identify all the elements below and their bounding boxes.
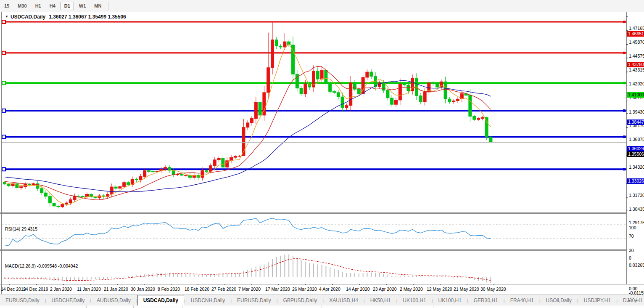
timeframe-button-d1[interactable]: D1 bbox=[61, 2, 74, 10]
candle-body bbox=[139, 176, 142, 180]
price-axis-label[interactable]: 1.45870 bbox=[629, 40, 644, 45]
tab-usdjpy-h1-14[interactable]: USDJPY,H1 bbox=[578, 295, 616, 305]
main-plot-bg[interactable] bbox=[2, 12, 644, 212]
price-axis-label[interactable]: 1.30435 bbox=[629, 207, 644, 212]
price-axis-label[interactable]: 1.47165 bbox=[629, 26, 644, 31]
bottom-strip bbox=[0, 305, 644, 308]
rsi-panel-bg[interactable] bbox=[2, 213, 626, 249]
rsi-axis-label[interactable]: 100 bbox=[629, 225, 644, 230]
price-badge-green[interactable]: 1.41000 bbox=[627, 92, 644, 98]
hline-right-marker bbox=[623, 109, 626, 112]
candle-body bbox=[267, 68, 270, 93]
rsi-axis-label[interactable]: 0 bbox=[629, 255, 644, 260]
date-axis-label[interactable]: 30 May 2020 bbox=[480, 287, 506, 292]
timeframe-button-m30[interactable]: M30 bbox=[14, 2, 30, 10]
candle-body bbox=[254, 102, 257, 119]
tab-usdchf-daily-1[interactable]: USDCHF,Daily bbox=[46, 295, 90, 305]
tab-xauusd-h4-7[interactable]: XAUUSD,H4 bbox=[324, 295, 364, 305]
price-axis-label[interactable]: 1.31730 bbox=[629, 193, 644, 198]
chevron-down-icon[interactable]: ▼ bbox=[5, 15, 8, 19]
timeframe-button-15[interactable]: 15 bbox=[1, 2, 13, 10]
candle-body bbox=[399, 84, 401, 100]
tab-audusd-daily-2[interactable]: AUDUSD,Daily bbox=[91, 295, 136, 305]
candle-body bbox=[473, 116, 476, 119]
date-axis-label[interactable]: 18 Feb 2020 bbox=[185, 287, 209, 292]
date-axis-label[interactable]: 17 Mar 2020 bbox=[265, 287, 290, 292]
bottom-strip-divider bbox=[218, 305, 218, 308]
chart-canvas[interactable] bbox=[0, 12, 644, 294]
rsi-axis-label[interactable]: 70 bbox=[629, 234, 644, 239]
price-badge-blue[interactable]: 1.38447 bbox=[627, 119, 644, 125]
tab-uk100-h1-10[interactable]: UK100,H1 bbox=[433, 295, 467, 305]
candle-body bbox=[180, 174, 183, 175]
price-axis-label[interactable]: 1.29175 bbox=[629, 220, 644, 225]
tab-usdcad-daily-3[interactable]: USDCAD,Daily bbox=[137, 295, 184, 305]
tab-uk100-h1-9[interactable]: UK100,H1 bbox=[397, 295, 431, 305]
date-axis-label[interactable]: 14 Apr 2020 bbox=[346, 287, 370, 292]
timeframe-button-h1[interactable]: H1 bbox=[32, 2, 45, 10]
price-badge-blue[interactable]: 1.36029 bbox=[627, 146, 644, 151]
candle-body bbox=[469, 96, 472, 117]
timeframe-button-w1[interactable]: W1 bbox=[76, 2, 90, 10]
price-badge-blue[interactable]: 1.33026 bbox=[627, 178, 644, 184]
price-axis-label[interactable]: 1.36875 bbox=[629, 137, 644, 142]
date-axis-label[interactable]: 4 Apr 2020 bbox=[319, 287, 340, 292]
tab-gbpusd-daily-6[interactable]: GBPUSD,Daily bbox=[278, 295, 323, 305]
timeframe-button-h4[interactable]: H4 bbox=[46, 2, 59, 10]
splitter[interactable] bbox=[2, 212, 626, 213]
tab-scroll-nav: ◄► bbox=[627, 295, 638, 306]
price-badge-red[interactable]: 1.43780 bbox=[627, 62, 644, 67]
tab-scroll-right-icon[interactable]: ► bbox=[635, 299, 638, 303]
date-axis-label[interactable]: 2 Jan 2020 bbox=[50, 287, 72, 292]
macd-axis-label[interactable]: 0.032658 bbox=[629, 263, 644, 268]
date-axis-label[interactable]: 21 Jan 2020 bbox=[104, 287, 128, 292]
price-badge-black[interactable]: 1.35506 bbox=[627, 151, 644, 157]
date-axis-label[interactable]: 26 Mar 2020 bbox=[292, 287, 317, 292]
candle-body bbox=[304, 84, 307, 93]
date-axis-label[interactable]: 7 Mar 2020 bbox=[238, 287, 261, 292]
hline-handle[interactable] bbox=[2, 109, 5, 112]
tab-eurusd-daily-5[interactable]: EURUSD,Daily bbox=[232, 295, 277, 305]
date-axis-label[interactable]: 21 May 2020 bbox=[454, 287, 479, 292]
hline-handle[interactable] bbox=[2, 81, 5, 85]
bottom-strip-divider bbox=[322, 305, 322, 308]
timeframe-button-mn[interactable]: MN bbox=[91, 2, 105, 10]
price-axis-label[interactable]: 1.44575 bbox=[629, 53, 644, 58]
tab-fra40-h1-12[interactable]: FRA40,H1 bbox=[505, 295, 539, 305]
date-axis-label[interactable]: 2 May 2020 bbox=[400, 287, 423, 292]
tab-usoil-daily-13[interactable]: USOil,Daily bbox=[541, 295, 577, 305]
hline-handle[interactable] bbox=[2, 51, 5, 55]
date-axis-label[interactable]: 30 Jan 2020 bbox=[131, 287, 155, 292]
candle-body bbox=[201, 170, 204, 177]
price-badge-red[interactable]: 1.46651 bbox=[627, 31, 644, 37]
date-axis-label[interactable]: 27 Feb 2020 bbox=[211, 287, 236, 292]
rsi-axis-label[interactable]: 30 bbox=[629, 248, 644, 253]
tab-ger30-h1-11[interactable]: GER30,H1 bbox=[468, 295, 504, 305]
splitter[interactable] bbox=[2, 250, 626, 250]
tab-scroll-left-icon[interactable]: ◄ bbox=[627, 299, 631, 303]
candle-body bbox=[457, 99, 459, 101]
date-axis-label[interactable]: 14 Dec 2019 bbox=[1, 287, 26, 292]
hline-handle[interactable] bbox=[2, 135, 5, 138]
hline-handle[interactable] bbox=[2, 167, 5, 171]
candle-body bbox=[209, 166, 212, 172]
date-axis-label[interactable]: 8 Feb 2020 bbox=[158, 287, 180, 292]
hline-handle[interactable] bbox=[2, 20, 5, 24]
tab-eurusd-daily-0[interactable]: EURUSD,Daily bbox=[0, 295, 45, 305]
date-axis-label[interactable]: 24 Dec 2019 bbox=[23, 287, 48, 292]
candle-body bbox=[325, 70, 327, 84]
candle-body bbox=[172, 170, 175, 175]
tab-hk50-h1-8[interactable]: HK50,H1 bbox=[365, 295, 396, 305]
macd-axis-label[interactable]: -0.011558 bbox=[629, 290, 644, 295]
candle-body bbox=[391, 98, 393, 104]
date-axis-label[interactable]: 23 Apr 2020 bbox=[373, 287, 397, 292]
tab-usdcnh-daily-4[interactable]: USDCNH,Daily bbox=[185, 295, 230, 305]
candle-body bbox=[61, 204, 64, 207]
candle[interactable] bbox=[489, 136, 492, 143]
date-axis-label[interactable]: 11 Jan 2020 bbox=[77, 287, 101, 292]
price-axis-label[interactable]: 1.42020 bbox=[629, 81, 644, 86]
price-axis-label[interactable]: 1.34320 bbox=[629, 165, 644, 170]
price-axis-label[interactable]: 1.39430 bbox=[629, 109, 644, 114]
date-axis-label[interactable]: 12 May 2020 bbox=[427, 287, 452, 292]
price-axis-label[interactable]: 1.43315 bbox=[629, 67, 644, 72]
